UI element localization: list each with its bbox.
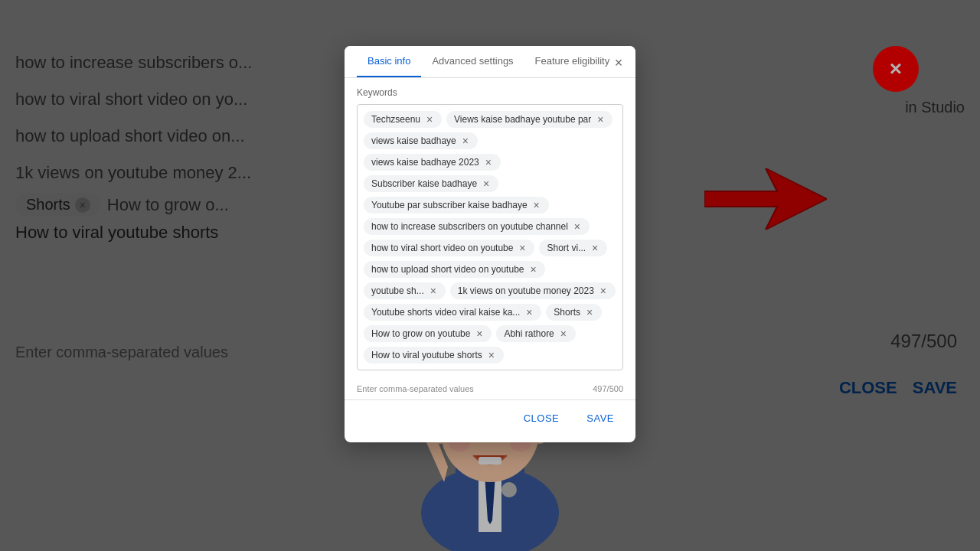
chip-x-7[interactable]: × [516, 242, 528, 254]
chip-x-11[interactable]: × [597, 285, 609, 297]
chip-x-10[interactable]: × [427, 285, 439, 297]
keyword-chip-6: how to increase subscribers on youtube c… [364, 218, 590, 235]
dialog-overlay: × Basic info Advanced settings Feature e… [0, 0, 980, 551]
chip-x-12[interactable]: × [523, 306, 535, 318]
keyword-chip-3: views kaise badhaye 2023 × [364, 154, 501, 171]
tab-basic-info[interactable]: Basic info [357, 46, 421, 77]
keyword-chip-13: Shorts × [546, 304, 602, 321]
keyword-chip-2: views kaise badhaye × [364, 132, 478, 149]
chip-x-5[interactable]: × [531, 199, 543, 211]
keywords-count: 497/500 [593, 384, 623, 393]
keyword-chip-12: Youtube shorts video viral kaise ka... × [364, 304, 541, 321]
keywords-label: Keywords [357, 87, 623, 98]
keyword-chip-8: Short vi... × [539, 240, 607, 256]
chip-x-14[interactable]: × [473, 328, 485, 340]
keywords-footer: Enter comma-separated values 497/500 [345, 380, 635, 399]
keyword-chip-1: Views kaise badhaye youtube par × [446, 111, 612, 128]
keywords-enter-hint: Enter comma-separated values [357, 384, 474, 393]
tab-advanced-settings[interactable]: Advanced settings [421, 46, 524, 77]
keywords-dialog: × Basic info Advanced settings Feature e… [345, 46, 635, 442]
keywords-section: Keywords Techzseenu × Views kaise badhay… [345, 78, 635, 380]
keyword-chip-15: Abhi rathore × [496, 325, 575, 342]
chip-x-2[interactable]: × [459, 135, 472, 147]
close-button[interactable]: CLOSE [514, 406, 569, 430]
dialog-close-icon[interactable]: × [608, 52, 629, 73]
dialog-tabs: Basic info Advanced settings Feature eli… [345, 46, 635, 78]
chip-x-6[interactable]: × [571, 220, 583, 233]
keywords-box[interactable]: Techzseenu × Views kaise badhaye youtube… [357, 104, 623, 370]
keyword-chip-10: youtube sh... × [364, 282, 446, 299]
keyword-chip-4: Subscriber kaise badhaye × [364, 175, 498, 192]
chip-x-16[interactable]: × [485, 349, 498, 361]
keyword-chip-16: How to viral youtube shorts × [364, 347, 504, 364]
dialog-actions: CLOSE SAVE [345, 399, 635, 442]
tab-feature-eligibility[interactable]: Feature eligibility [524, 46, 621, 77]
chip-x-9[interactable]: × [527, 263, 539, 276]
keyword-chip-11: 1k views on youtube money 2023 × [450, 282, 616, 299]
chip-x-0[interactable]: × [423, 113, 436, 126]
keyword-chip-7: how to viral short video on youtube × [364, 240, 534, 256]
chip-x-8[interactable]: × [589, 242, 601, 254]
keyword-chip-5: Youtube par subscriber kaise badhaye × [364, 197, 549, 214]
chip-x-3[interactable]: × [482, 156, 495, 168]
keyword-chip-9: how to upload short video on youtube × [364, 261, 545, 278]
chip-x-15[interactable]: × [557, 328, 570, 340]
save-button[interactable]: SAVE [577, 406, 623, 430]
chip-x-13[interactable]: × [583, 306, 596, 318]
keyword-chip-14: How to grow on youtube × [364, 325, 492, 342]
chip-x-1[interactable]: × [594, 113, 606, 126]
keyword-chip-0: Techzseenu × [364, 111, 442, 128]
chip-x-4[interactable]: × [480, 178, 492, 190]
